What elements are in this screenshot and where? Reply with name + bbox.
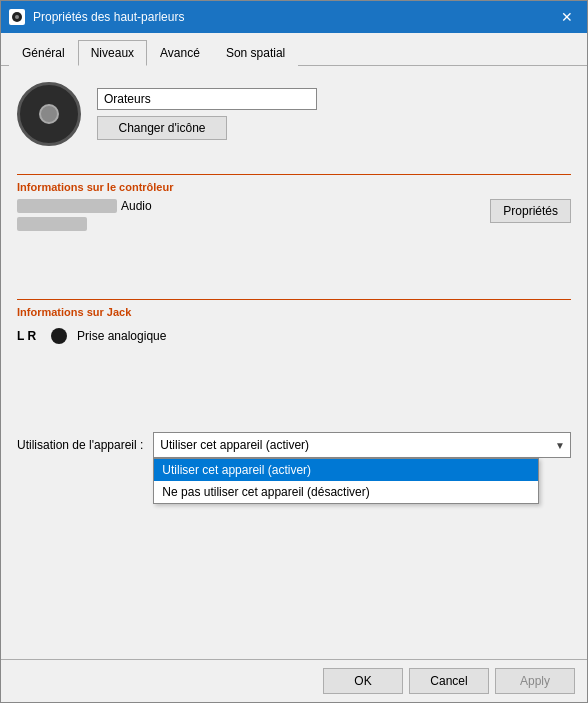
jack-analog-label: Prise analogique xyxy=(77,329,166,343)
properties-window: Propriétés des haut-parleurs ✕ Général N… xyxy=(0,0,588,703)
tab-general[interactable]: Général xyxy=(9,40,78,66)
audio-row: Audio xyxy=(17,199,152,213)
ok-button[interactable]: OK xyxy=(323,668,403,694)
tab-content: Changer d'icône Informations sur le cont… xyxy=(1,66,587,659)
usage-label: Utilisation de l'appareil : xyxy=(17,438,143,452)
usage-select-wrapper: Utiliser cet appareil (activer)Ne pas ut… xyxy=(153,432,571,458)
svg-point-1 xyxy=(15,15,19,19)
title-bar: Propriétés des haut-parleurs ✕ xyxy=(1,1,587,33)
controller-placeholder-short xyxy=(17,217,87,231)
audio-label: Audio xyxy=(121,199,152,213)
window-title: Propriétés des haut-parleurs xyxy=(33,10,555,24)
tab-bar: Général Niveaux Avancé Son spatial xyxy=(1,33,587,66)
jack-row: L R Prise analogique xyxy=(17,324,571,348)
jack-dot xyxy=(51,328,67,344)
controller-placeholder-long xyxy=(17,199,117,213)
usage-select[interactable]: Utiliser cet appareil (activer)Ne pas ut… xyxy=(153,432,571,458)
properties-button[interactable]: Propriétés xyxy=(490,199,571,223)
tab-niveaux[interactable]: Niveaux xyxy=(78,40,147,66)
controller-section-label: Informations sur le contrôleur xyxy=(17,181,571,193)
jack-lr-label: L R xyxy=(17,329,41,343)
device-name-section: Changer d'icône xyxy=(97,88,317,140)
device-name-input[interactable] xyxy=(97,88,317,110)
app-icon xyxy=(9,9,25,25)
tab-avance[interactable]: Avancé xyxy=(147,40,213,66)
dropdown-item-desactiver[interactable]: Ne pas utiliser cet appareil (désactiver… xyxy=(154,481,538,503)
usage-section: Utilisation de l'appareil : Utiliser cet… xyxy=(17,432,571,458)
device-header: Changer d'icône xyxy=(17,82,571,146)
controller-row: Audio Propriétés xyxy=(17,199,571,231)
apply-button[interactable]: Apply xyxy=(495,668,575,694)
cancel-button[interactable]: Cancel xyxy=(409,668,489,694)
jack-section-label: Informations sur Jack xyxy=(17,306,571,318)
close-button[interactable]: ✕ xyxy=(555,5,579,29)
controller-info: Audio xyxy=(17,199,152,231)
controller-section: Informations sur le contrôleur Audio Pro… xyxy=(17,174,571,231)
footer: OK Cancel Apply xyxy=(1,659,587,702)
dropdown-item-activer[interactable]: Utiliser cet appareil (activer) xyxy=(154,459,538,481)
jack-section: Informations sur Jack L R Prise analogiq… xyxy=(17,299,571,348)
device-icon-inner xyxy=(39,104,59,124)
usage-dropdown: Utiliser cet appareil (activer) Ne pas u… xyxy=(153,458,539,504)
tab-son-spatial[interactable]: Son spatial xyxy=(213,40,298,66)
change-icon-button[interactable]: Changer d'icône xyxy=(97,116,227,140)
device-icon xyxy=(17,82,81,146)
